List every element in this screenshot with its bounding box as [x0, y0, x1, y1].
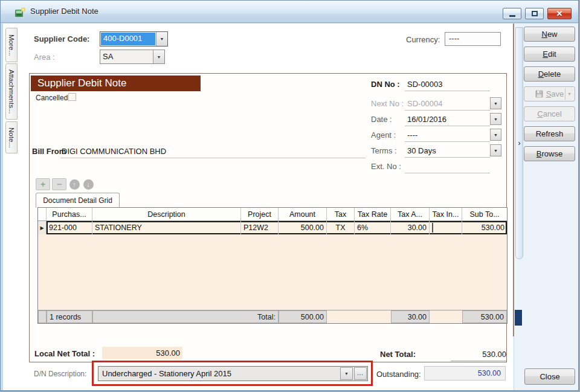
chevron-down-icon: ▼ [157, 55, 161, 59]
supplier-code-value[interactable]: 400-D0001 [101, 33, 155, 45]
refresh-button[interactable]: Refresh [524, 126, 575, 141]
sidebar-tab-more[interactable]: More... [5, 28, 18, 62]
add-row-button[interactable]: + [36, 178, 50, 190]
area-value[interactable]: SA [100, 50, 153, 63]
grid-header-row: Purchas... Description Project Amount Ta… [38, 208, 507, 221]
document-banner: Supplier Debit Note [31, 76, 201, 91]
grid-data-row[interactable]: ▶ 921-000 STATIONERY P12W2 500.00 TX 6% … [38, 221, 507, 234]
cell-purchase[interactable]: 921-000 [47, 221, 92, 234]
maximize-button[interactable] [525, 8, 544, 19]
edit-button-label: Edit [543, 50, 556, 59]
browse-button[interactable]: Browse [524, 146, 575, 161]
net-total-value: 530.00 [451, 350, 506, 359]
close-icon: ✕ [556, 9, 563, 18]
tab-document-detail-grid[interactable]: Document Detail Grid [36, 193, 120, 208]
date-label: Date : [371, 115, 392, 124]
cancel-button[interactable]: Cancel [524, 106, 575, 121]
grid-header-tax-rate[interactable]: Tax Rate [355, 208, 391, 220]
new-button[interactable]: New [524, 27, 575, 42]
chevron-down-icon: ▼ [494, 149, 498, 153]
cell-project[interactable]: P12W2 [241, 221, 279, 234]
dn-no-label: DN No : [371, 80, 400, 89]
tax-inclusive-checkbox[interactable] [432, 223, 433, 233]
dn-description-combobox[interactable]: Undercharged - Stationery April 2015 ▼ … [98, 366, 368, 381]
sidebar-tab-note[interactable]: Note... [5, 121, 18, 153]
next-no-value[interactable]: SD-00004 [407, 99, 490, 108]
close-button[interactable]: Close [524, 368, 575, 385]
dn-description-value[interactable]: Undercharged - Stationery April 2015 [98, 367, 340, 381]
ext-no-label: Ext. No : [371, 162, 401, 171]
sidebar-tab-attachments[interactable]: Attachments... [5, 63, 18, 120]
chevron-down-icon: ▼ [494, 133, 498, 137]
dn-description-label: D/N Description: [34, 370, 86, 378]
delete-button-label: Delete [538, 69, 561, 79]
move-up-button[interactable]: ↑ [68, 178, 80, 190]
grid-footer-row: 1 records Total: 500.00 30.00 530.00 [38, 310, 507, 323]
dn-description-dropdown-button[interactable]: ▼ [340, 367, 353, 380]
cell-amount[interactable]: 500.00 [279, 221, 327, 234]
dn-no-value: SD-00003 [407, 80, 490, 89]
dn-description-ellipsis-button[interactable]: … [354, 367, 367, 380]
cell-sub-total[interactable]: 530.00 [462, 221, 507, 234]
cancelled-label: Cancelled [36, 94, 68, 102]
grid-empty-area [38, 234, 507, 310]
document-form: Supplier Debit Note Cancelled DN No : SD… [29, 73, 507, 362]
currency-field[interactable]: ---- [445, 32, 501, 46]
plus-icon: + [40, 179, 45, 189]
area-combobox[interactable]: SA ▼ [100, 50, 165, 64]
save-dropdown-button[interactable]: ▼ [565, 88, 573, 100]
save-button[interactable]: Save ▼ [524, 86, 575, 101]
remove-row-button[interactable]: − [52, 178, 66, 190]
grid-header-sub-total[interactable]: Sub To... [462, 208, 507, 220]
terms-value[interactable]: 30 Days [407, 146, 490, 155]
date-dropdown-button[interactable]: ▼ [490, 113, 501, 125]
cell-tax-inclusive [430, 221, 462, 234]
cell-tax-rate[interactable]: 6% [355, 221, 391, 234]
area-label: Area : [34, 53, 55, 62]
records-count: 1 records [47, 310, 92, 323]
sub-total-total: 530.00 [462, 310, 507, 323]
terms-dropdown-button[interactable]: ▼ [490, 144, 501, 156]
window-title: Supplier Debit Note [30, 7, 98, 16]
scroll-thumb[interactable] [515, 310, 522, 326]
close-window-button[interactable]: ✕ [547, 8, 572, 19]
minimize-icon [509, 15, 515, 17]
cell-tax[interactable]: TX [327, 221, 355, 234]
grid-header-description[interactable]: Description [92, 208, 241, 220]
minimize-button[interactable] [503, 8, 521, 19]
grid-header-tax-amount[interactable]: Tax A... [391, 208, 430, 220]
local-net-total-value: 530.00 [102, 347, 182, 359]
bill-from-label: Bill From [32, 147, 66, 156]
chevron-down-icon: ▼ [567, 92, 572, 96]
edit-button[interactable]: Edit [524, 47, 575, 62]
next-no-dropdown-button[interactable]: ▼ [490, 97, 501, 109]
collapse-splitter[interactable]: › [515, 27, 523, 259]
cell-tax-amount[interactable]: 30.00 [391, 221, 430, 234]
bill-from-value[interactable]: DIGI COMMUNICATION BHD [62, 147, 166, 156]
grid-header-tax[interactable]: Tax [327, 208, 355, 220]
supplier-code-dropdown-button[interactable]: ▼ [156, 32, 167, 46]
chevron-right-icon: › [518, 140, 521, 147]
delete-button[interactable]: Delete [524, 66, 575, 82]
tax-amount-total: 30.00 [391, 310, 430, 323]
grid-header-tax-inclusive[interactable]: Tax In... [430, 208, 462, 220]
move-down-button[interactable]: ↓ [82, 178, 94, 190]
chevron-down-icon: ▼ [494, 101, 498, 106]
title-bar[interactable]: Supplier Debit Note ✕ [1, 1, 579, 23]
document-detail-grid: Purchas... Description Project Amount Ta… [37, 207, 507, 324]
row-indicator: ▶ [38, 221, 47, 234]
currency-label: Currency: [406, 35, 440, 44]
cancelled-checkbox[interactable] [68, 93, 76, 101]
grid-header-purchase[interactable]: Purchas... [47, 208, 92, 220]
agent-value[interactable]: ---- [407, 130, 490, 140]
app-icon [14, 7, 26, 18]
supplier-code-label: Supplier Code: [34, 34, 89, 43]
supplier-code-combobox[interactable]: 400-D0001 ▼ [100, 31, 168, 47]
net-total-label: Net Total: [380, 350, 416, 359]
date-value[interactable]: 16/01/2016 [407, 115, 490, 124]
cell-description[interactable]: STATIONERY [92, 221, 241, 234]
grid-header-amount[interactable]: Amount [279, 208, 327, 220]
grid-header-project[interactable]: Project [241, 208, 279, 220]
agent-dropdown-button[interactable]: ▼ [490, 129, 501, 141]
area-dropdown-button[interactable]: ▼ [153, 50, 164, 63]
